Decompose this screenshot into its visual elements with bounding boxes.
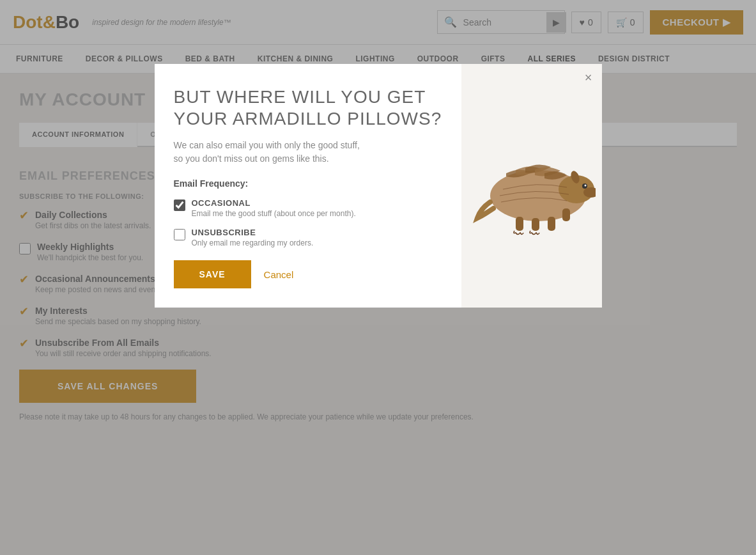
modal-option-title-unsubscribe: UNSUBSCRIBE bbox=[192, 228, 314, 237]
svg-rect-7 bbox=[532, 218, 539, 231]
modal-left: BUT WHERE WILL YOU GET YOUR ARMADILLO PI… bbox=[155, 64, 461, 308]
modal-right bbox=[461, 64, 602, 308]
modal-dialog: × BUT WHERE WILL YOU GET YOUR ARMADILLO … bbox=[155, 64, 602, 308]
modal-save-button[interactable]: SAVE bbox=[174, 260, 251, 288]
svg-rect-8 bbox=[548, 217, 555, 231]
modal-option-desc-occasional: Email me the good stuff (about once per … bbox=[192, 209, 356, 218]
svg-rect-6 bbox=[516, 217, 523, 231]
modal-subtitle: We can also email you with only the good… bbox=[174, 139, 442, 166]
modal-checkbox-unsubscribe[interactable] bbox=[174, 229, 185, 240]
modal-option-desc-unsubscribe: Only email me regarding my orders. bbox=[192, 238, 314, 247]
svg-rect-9 bbox=[562, 208, 570, 221]
modal-option-unsubscribe: UNSUBSCRIBE Only email me regarding my o… bbox=[174, 228, 442, 247]
modal-cancel-link[interactable]: Cancel bbox=[264, 269, 294, 280]
modal-close-button[interactable]: × bbox=[585, 70, 592, 85]
modal-actions: SAVE Cancel bbox=[174, 260, 442, 288]
modal-title: BUT WHERE WILL YOU GET YOUR ARMADILLO PI… bbox=[174, 86, 442, 129]
modal-checkbox-occasional[interactable] bbox=[174, 199, 185, 211]
svg-point-4 bbox=[584, 184, 586, 186]
modal-option-title-occasional: OCCASIONAL bbox=[192, 198, 356, 208]
modal-overlay: × BUT WHERE WILL YOU GET YOUR ARMADILLO … bbox=[0, 0, 756, 555]
modal-freq-label: Email Frequency: bbox=[174, 178, 442, 189]
modal-option-occasional: OCCASIONAL Email me the good stuff (abou… bbox=[174, 198, 442, 218]
armadillo-image bbox=[468, 135, 596, 237]
